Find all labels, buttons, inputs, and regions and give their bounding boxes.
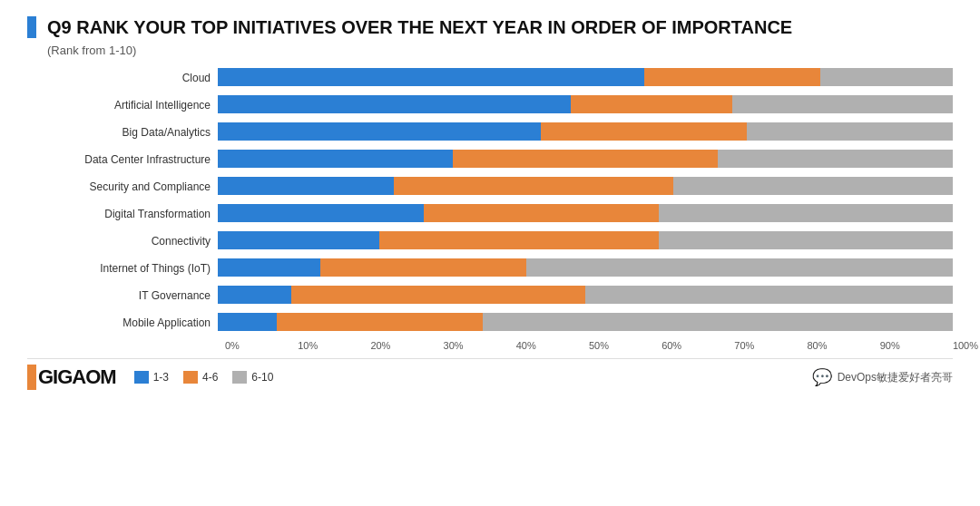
legend-item: 6-10 [232, 371, 273, 384]
segment-blue [218, 122, 541, 141]
segment-blue [218, 150, 453, 168]
bar-label: Digital Transformation [27, 201, 211, 227]
segment-gray [718, 150, 953, 168]
segment-gray [659, 204, 953, 222]
bar-label: Cloud [27, 65, 211, 91]
legend: 1-34-66-10 [134, 371, 274, 384]
segment-blue [218, 286, 291, 304]
segment-blue [218, 68, 644, 86]
logo-accent-box [27, 365, 36, 390]
segment-orange [291, 286, 585, 304]
segment-orange [277, 313, 483, 331]
segment-gray [585, 286, 953, 304]
segment-orange [424, 204, 659, 222]
segment-orange [571, 95, 732, 113]
title-accent [27, 16, 36, 38]
segment-blue [218, 177, 394, 195]
segment-gray [732, 95, 953, 113]
title-bar: Q9 RANK YOUR TOP INITIATIVES OVER THE NE… [27, 16, 953, 38]
legend-item: 4-6 [183, 371, 218, 384]
legend-color-box [183, 371, 198, 384]
legend-label: 6-10 [251, 371, 273, 384]
wechat-icon: 💬 [812, 367, 832, 387]
page-title: Q9 RANK YOUR TOP INITIATIVES OVER THE NE… [47, 16, 792, 38]
segment-blue [218, 204, 424, 222]
bar-label: Internet of Things (IoT) [27, 256, 211, 281]
bar-label: Artificial Intelligence [27, 92, 211, 118]
labels-column: CloudArtificial IntelligenceBig Data/Ana… [27, 64, 218, 336]
gigaom-logo: GIGAOM [27, 365, 116, 390]
segment-gray [673, 177, 953, 195]
bar-row [218, 173, 953, 199]
bar-label: IT Governance [27, 283, 211, 308]
bar-row [218, 200, 953, 226]
segment-orange [320, 258, 526, 277]
page-container: Q9 RANK YOUR TOP INITIATIVES OVER THE NE… [0, 0, 980, 506]
footer: GIGAOM 1-34-66-10 💬 DevOps敏捷爱好者亮哥 [27, 358, 953, 390]
segment-gray [820, 68, 953, 86]
segment-gray [659, 231, 953, 249]
segment-blue [218, 313, 277, 331]
bar-row [218, 119, 953, 144]
segment-blue [218, 95, 571, 113]
legend-item: 1-3 [134, 371, 169, 384]
footer-watermark: 💬 DevOps敏捷爱好者亮哥 [812, 367, 953, 387]
bar-row [218, 92, 953, 117]
legend-color-box [232, 371, 247, 384]
watermark-text: DevOps敏捷爱好者亮哥 [838, 370, 953, 385]
bar-row [218, 309, 953, 335]
bar-row [218, 146, 953, 171]
segment-blue [218, 258, 320, 277]
x-axis: 0%10%20%30%40%50%60%70%80%90%100% [225, 340, 953, 351]
logo-text: GIGAOM [38, 365, 116, 389]
footer-left: GIGAOM 1-34-66-10 [27, 365, 273, 390]
segment-orange [541, 122, 747, 141]
legend-label: 4-6 [202, 371, 218, 384]
bar-row [218, 228, 953, 253]
segment-orange [644, 68, 820, 86]
segment-blue [218, 231, 379, 249]
legend-label: 1-3 [153, 371, 169, 384]
subtitle: (Rank from 1-10) [47, 44, 953, 57]
bar-row [218, 255, 953, 280]
bar-label: Connectivity [27, 229, 211, 254]
segment-orange [394, 177, 673, 195]
bar-row [218, 282, 953, 307]
bar-label: Big Data/Analytics [27, 120, 211, 145]
legend-color-box [134, 371, 149, 384]
segment-gray [747, 122, 953, 141]
chart-area: CloudArtificial IntelligenceBig Data/Ana… [27, 64, 953, 336]
bar-label: Mobile Application [27, 310, 211, 336]
segment-gray [483, 313, 953, 331]
segment-orange [379, 231, 659, 249]
bar-label: Security and Compliance [27, 174, 211, 199]
bar-label: Data Center Infrastructure [27, 147, 211, 172]
bar-row [218, 64, 953, 90]
segment-gray [526, 258, 953, 277]
bars-column [218, 64, 953, 336]
segment-orange [453, 150, 718, 168]
